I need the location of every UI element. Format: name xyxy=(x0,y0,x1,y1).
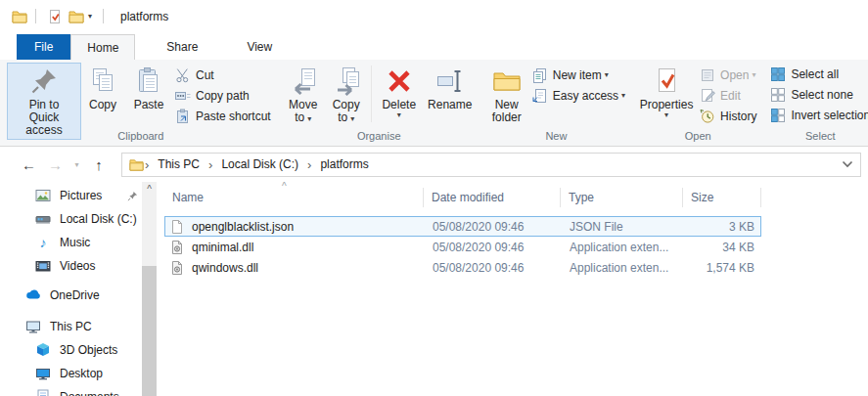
easy-access-button[interactable]: Easy access ▾ xyxy=(529,85,628,106)
breadcrumb-local-disk-c[interactable]: Local Disk (C:) xyxy=(213,157,306,171)
tab-file[interactable]: File xyxy=(17,34,70,60)
open-button[interactable]: Open ▾ xyxy=(697,65,759,85)
open-label: Open xyxy=(720,68,749,82)
ribbon: Pin to Quick access Copy Paste xyxy=(0,60,868,147)
properties-button[interactable]: Properties ▾ xyxy=(636,64,697,121)
column-header-name[interactable]: Name xyxy=(164,188,424,207)
sidebar-item-label: Local Disk (C:) xyxy=(60,212,137,226)
sidebar-item-label: Desktop xyxy=(60,367,103,380)
new-folder-icon xyxy=(491,66,523,97)
tab-view[interactable]: View xyxy=(231,34,288,60)
sidebar-item-label: Music xyxy=(60,236,90,249)
ribbon-group-label-select: Select xyxy=(763,128,868,144)
move-to-button[interactable]: Move to▾ xyxy=(282,64,325,127)
navigation-bar: ← → ▾ ↑ › This PC › Local Disk (C:) › pl… xyxy=(0,147,868,182)
history-button[interactable]: History xyxy=(697,106,759,126)
divider xyxy=(35,9,36,23)
scrollbar-up-arrow[interactable]: ^ xyxy=(142,182,157,198)
cut-button[interactable]: Cut xyxy=(172,65,274,85)
sidebar-scrollbar[interactable]: ^ xyxy=(142,182,157,396)
sidebar-spacer xyxy=(0,307,142,315)
tab-home[interactable]: Home xyxy=(70,34,135,60)
ribbon-group-label-new: New xyxy=(480,128,632,144)
select-none-button[interactable]: Select none xyxy=(767,84,855,105)
qat-properties-button[interactable] xyxy=(44,7,66,26)
rename-label: Rename xyxy=(428,99,472,111)
new-item-button[interactable]: New item ▾ xyxy=(529,65,628,85)
copy-to-button[interactable]: Copy to▾ xyxy=(325,64,368,127)
new-item-label: New item xyxy=(553,68,602,82)
file-size: 3 KB xyxy=(683,220,761,234)
sidebar-item-documents[interactable]: Documents xyxy=(0,385,142,396)
sidebar-item-local-disk-c[interactable]: Local Disk (C:) xyxy=(0,207,142,231)
select-none-icon xyxy=(770,87,786,103)
cut-label: Cut xyxy=(196,68,214,82)
sidebar-item-label: OneDrive xyxy=(50,288,100,302)
address-dropdown-chevron-icon[interactable] xyxy=(842,160,853,168)
breadcrumb-platforms[interactable]: platforms xyxy=(312,157,376,171)
sidebar-item-music[interactable]: ♪ Music xyxy=(0,231,142,254)
copy-to-icon xyxy=(331,66,362,97)
file-date: 05/08/2020 09:46 xyxy=(424,261,561,275)
pictures-icon xyxy=(35,188,51,203)
file-type: Application exten... xyxy=(561,241,683,254)
cube-icon xyxy=(35,342,51,358)
sidebar-item-desktop[interactable]: Desktop xyxy=(0,362,142,385)
select-all-button[interactable]: Select all xyxy=(767,64,842,84)
recent-locations-chevron-icon[interactable]: ▾ xyxy=(69,160,85,169)
back-button[interactable]: ← xyxy=(16,156,42,173)
edit-label: Edit xyxy=(720,89,741,103)
sidebar-item-this-pc[interactable]: This PC xyxy=(0,315,142,338)
address-bar[interactable]: › This PC › Local Disk (C:) › platforms xyxy=(121,153,861,177)
file-row-openglblacklist[interactable]: openglblacklist.json 05/08/2020 09:46 JS… xyxy=(164,216,761,237)
ribbon-group-label-clipboard: Clipboard xyxy=(4,128,278,144)
qat-customize-chevron-icon[interactable]: ▾ xyxy=(88,12,92,21)
ribbon-group-open: Properties ▾ Open ▾ Edit xyxy=(632,63,763,146)
copy-path-button[interactable]: Copy path xyxy=(172,85,274,106)
move-to-label-line2: to xyxy=(295,110,304,124)
file-row-qminimal[interactable]: qminimal.dll 05/08/2020 09:46 Applicatio… xyxy=(164,237,761,257)
paste-shortcut-button[interactable]: Paste shortcut xyxy=(172,106,274,126)
sidebar-item-onedrive[interactable]: OneDrive xyxy=(0,284,142,307)
file-row-qwindows[interactable]: qwindows.dll 05/08/2020 09:46 Applicatio… xyxy=(164,257,761,278)
open-icon xyxy=(700,67,715,83)
ribbon-group-select: Select all Select none Invert selection … xyxy=(763,63,868,146)
tab-share[interactable]: Share xyxy=(151,34,213,60)
breadcrumb-this-pc[interactable]: This PC xyxy=(150,157,207,171)
column-header-date-modified[interactable]: Date modified xyxy=(424,188,561,207)
invert-selection-button[interactable]: Invert selection xyxy=(767,105,868,125)
sidebar-item-label: Documents xyxy=(60,390,119,396)
sidebar-item-3d-objects[interactable]: 3D Objects xyxy=(0,338,142,362)
history-label: History xyxy=(720,110,756,123)
copy-label: Copy xyxy=(89,99,116,111)
music-note-icon: ♪ xyxy=(35,235,51,250)
new-folder-label-line2: folder xyxy=(492,111,522,124)
this-pc-monitor-icon xyxy=(25,319,41,334)
paste-shortcut-icon xyxy=(175,109,191,124)
delete-x-icon xyxy=(384,66,415,97)
sidebar-item-pictures[interactable]: Pictures xyxy=(0,184,142,207)
column-header-type[interactable]: Type xyxy=(561,188,683,207)
up-button[interactable]: ↑ xyxy=(85,156,113,173)
qat-new-folder-button[interactable]: ▾ xyxy=(66,7,95,26)
scrollbar-thumb[interactable] xyxy=(142,266,157,396)
sidebar-item-videos[interactable]: Videos xyxy=(0,254,142,278)
rename-button[interactable]: Rename xyxy=(424,64,477,113)
sidebar-item-label: This PC xyxy=(50,320,92,333)
column-header-size[interactable]: Size xyxy=(683,188,761,207)
sidebar-item-label: Videos xyxy=(60,259,95,273)
file-name: qwindows.dll xyxy=(192,261,258,275)
chevron-down-icon: ▾ xyxy=(307,114,311,123)
main-area: Pictures Local Disk (C:) ♪ Music Videos xyxy=(0,182,868,396)
column-header-row: ^ Name Date modified Type Size xyxy=(164,184,868,210)
forward-button[interactable]: → xyxy=(42,156,69,173)
file-size: 1,574 KB xyxy=(683,261,761,275)
ribbon-group-label-open: Open xyxy=(632,128,763,144)
pushpin-icon xyxy=(28,66,60,97)
new-folder-button[interactable]: New folder xyxy=(484,64,529,126)
properties-icon xyxy=(651,66,682,97)
edit-button[interactable]: Edit xyxy=(697,85,759,106)
copy-button[interactable]: Copy xyxy=(80,64,125,113)
delete-button[interactable]: Delete ▾ xyxy=(375,64,424,121)
paste-button[interactable]: Paste xyxy=(125,64,172,113)
